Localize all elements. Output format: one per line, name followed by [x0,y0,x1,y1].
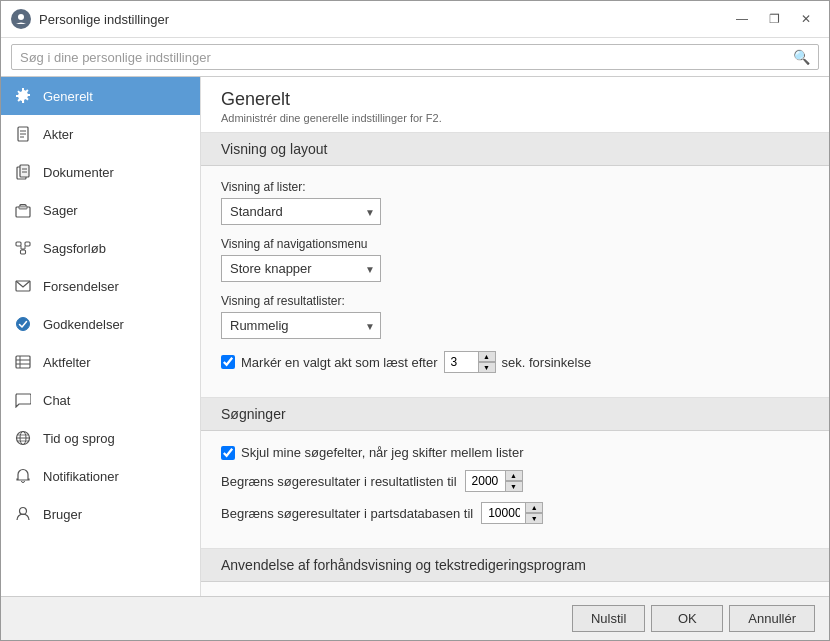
app-icon [11,9,31,29]
spinner-sek-buttons: ▲ ▼ [478,351,496,373]
spinner-sek-up[interactable]: ▲ [478,351,496,362]
spinner-sek-wrap: ▲ ▼ [444,351,496,373]
dropdown-visning-lister-wrap: Standard Kompakt Udvidet ▼ [221,198,381,225]
ok-button[interactable]: OK [651,605,723,632]
content-subheading: Administrér dine generelle indstillinger… [221,112,809,124]
label-sek-forsinkelse: sek. forsinkelse [502,355,592,370]
sidebar-item-akter[interactable]: Akter [1,115,200,153]
sidebar-item-dokumenter[interactable]: Dokumenter [1,153,200,191]
main-area: Generelt Akter [1,77,829,596]
dropdown-visning-nav-wrap: Store knapper Små knapper Tekst kun ▼ [221,255,381,282]
sidebar-item-sager[interactable]: Sager [1,191,200,229]
search-input[interactable] [20,50,793,65]
svg-rect-12 [25,242,30,246]
spinner-resultat-down[interactable]: ▼ [505,481,523,492]
documents-icon [13,162,33,182]
bell-icon [13,466,33,486]
label-begraens-parts: Begræns søgeresultater i partsdatabasen … [221,506,473,521]
row-skjul-sogefelter: Skjul mine søgefelter, når jeg skifter m… [221,445,809,460]
sidebar-label-chat: Chat [43,393,70,408]
dropdown-visning-resultatlister-wrap: Rummelig Kompakt Standard ▼ [221,312,381,339]
spinner-resultat-up[interactable]: ▲ [505,470,523,481]
dropdown-visning-resultatlister[interactable]: Rummelig Kompakt Standard [221,312,381,339]
spinner-parts-buttons: ▲ ▼ [525,502,543,524]
sidebar-item-generelt[interactable]: Generelt [1,77,200,115]
list-fields-icon [13,352,33,372]
content-panel: Generelt Administrér dine generelle inds… [201,77,829,596]
sidebar-item-notifikationer[interactable]: Notifikationer [1,457,200,495]
row-begraens-parts: Begræns søgeresultater i partsdatabasen … [221,502,809,524]
spinner-parts-down[interactable]: ▼ [525,513,543,524]
content-header: Generelt Administrér dine generelle inds… [201,77,829,133]
check-circle-icon [13,314,33,334]
sidebar-item-forsendelser[interactable]: Forsendelser [1,267,200,305]
svg-rect-6 [20,165,29,177]
minimize-button[interactable]: — [729,9,755,29]
checkbox-skjul-sogefelter[interactable] [221,446,235,460]
row-begraens-resultat: Begræns søgeresultater i resultatlisten … [221,470,809,492]
sidebar-label-forsendelser: Forsendelser [43,279,119,294]
sidebar-item-sagsforloeb[interactable]: Sagsforløb [1,229,200,267]
section-header-sogninger: Søgninger [201,398,829,431]
search-bar: 🔍 [1,38,829,77]
section-body-sogninger: Skjul mine søgefelter, når jeg skifter m… [201,431,829,549]
sidebar-label-sagsforloeb: Sagsforløb [43,241,106,256]
spinner-sek-down[interactable]: ▼ [478,362,496,373]
field-visning-nav: Visning af navigationsmenu Store knapper… [221,237,809,282]
sidebar-label-sager: Sager [43,203,78,218]
search-icon: 🔍 [793,49,810,65]
sidebar-label-tid-og-sprog: Tid og sprog [43,431,115,446]
sidebar-item-tid-og-sprog[interactable]: Tid og sprog [1,419,200,457]
row-marker-laest: Markér en valgt akt som læst efter ▲ ▼ s… [221,351,809,373]
field-visning-lister: Visning af lister: Standard Kompakt Udvi… [221,180,809,225]
bottom-bar: Nulstil OK Annullér [1,596,829,640]
sidebar-label-godkendelser: Godkendelser [43,317,124,332]
sidebar-label-dokumenter: Dokumenter [43,165,114,180]
sidebar-item-godkendelser[interactable]: Godkendelser [1,305,200,343]
main-window: Personlige indstillinger — ❐ ✕ 🔍 [0,0,830,641]
flow-icon [13,238,33,258]
field-visning-resultatlister: Visning af resultatlister: Rummelig Komp… [221,294,809,339]
sidebar-item-bruger[interactable]: Bruger [1,495,200,533]
content-scroll: Visning og layout Visning af lister: Sta… [201,133,829,596]
label-skjul-sogefelter: Skjul mine søgefelter, når jeg skifter m… [241,445,523,460]
spinner-parts-wrap: ▲ ▼ [481,502,543,524]
checkbox-marker-laest[interactable] [221,355,235,369]
annuller-button[interactable]: Annullér [729,605,815,632]
close-button[interactable]: ✕ [793,9,819,29]
spinner-resultat-buttons: ▲ ▼ [505,470,523,492]
label-visning-resultatlister: Visning af resultatlister: [221,294,809,308]
label-marker-laest: Markér en valgt akt som læst efter [241,355,438,370]
svg-point-0 [18,14,24,20]
globe-icon [13,428,33,448]
sidebar-label-aktfelter: Aktfelter [43,355,91,370]
section-header-visning: Visning og layout [201,133,829,166]
gear-icon [13,86,33,106]
label-visning-lister: Visning af lister: [221,180,809,194]
sidebar-item-chat[interactable]: Chat [1,381,200,419]
section-body-visning: Visning af lister: Standard Kompakt Udvi… [201,166,829,398]
sidebar-item-aktfelter[interactable]: Aktfelter [1,343,200,381]
dropdown-visning-nav[interactable]: Store knapper Små knapper Tekst kun [221,255,381,282]
label-visning-nav: Visning af navigationsmenu [221,237,809,251]
svg-rect-10 [19,206,27,209]
document-icon [13,124,33,144]
spinner-parts-up[interactable]: ▲ [525,502,543,513]
mail-icon [13,276,33,296]
spinner-resultat-wrap: ▲ ▼ [465,470,523,492]
sidebar-label-notifikationer: Notifikationer [43,469,119,484]
user-icon [13,504,33,524]
window-title: Personlige indstillinger [39,12,729,27]
window-controls: — ❐ ✕ [729,9,819,29]
svg-rect-11 [16,242,21,246]
sidebar-label-generelt: Generelt [43,89,93,104]
svg-rect-13 [21,250,26,254]
sidebar: Generelt Akter [1,77,201,596]
nulstil-button[interactable]: Nulstil [572,605,645,632]
maximize-button[interactable]: ❐ [761,9,787,29]
search-input-wrap: 🔍 [11,44,819,70]
sidebar-label-akter: Akter [43,127,73,142]
cases-icon [13,200,33,220]
dropdown-visning-lister[interactable]: Standard Kompakt Udvidet [221,198,381,225]
title-bar: Personlige indstillinger — ❐ ✕ [1,1,829,38]
